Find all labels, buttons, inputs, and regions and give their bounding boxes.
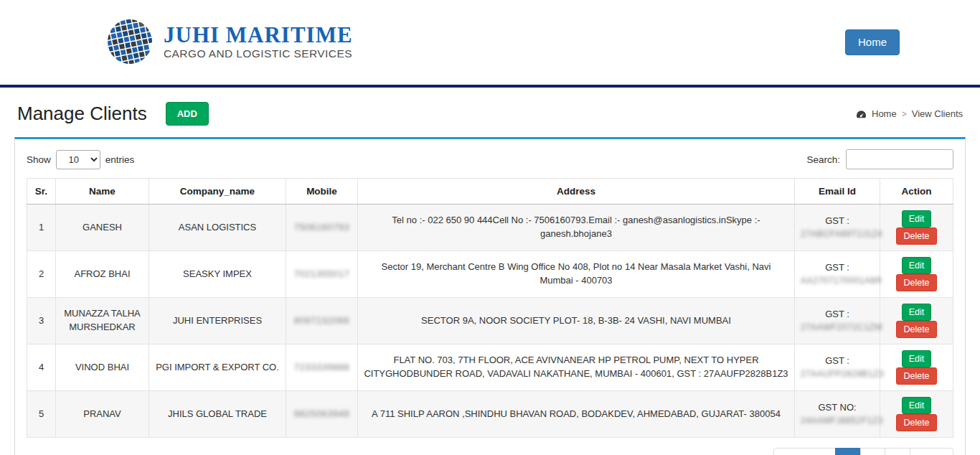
cell-company: JHILS GLOBAL TRADE <box>149 391 286 438</box>
entries-label: entries <box>105 154 135 165</box>
cell-action: EditDelete <box>880 298 953 344</box>
column-header-company[interactable]: Company_name <box>149 179 286 205</box>
app-header: JUHI MARITIME CARGO AND LOGISTIC SERVICE… <box>0 0 980 85</box>
page-head: Manage Clients ADD Home > View Clients <box>17 102 963 126</box>
cell-address: Sector 19, Merchant Centre B Wing Office… <box>358 251 795 298</box>
delete-button[interactable]: Delete <box>896 274 936 291</box>
gst-label: GST : <box>801 308 874 322</box>
redacted-gst-number: AA2707170001A6R <box>801 275 874 287</box>
edit-button[interactable]: Edit <box>902 257 932 274</box>
redacted-gst-number: 27AAUFP2828B1Z3 <box>801 368 874 380</box>
cell-name: GANESH <box>56 205 149 251</box>
clients-table: Sr. Name Company_name Mobile Address Ema… <box>27 178 953 438</box>
gst-label: GST : <box>801 215 874 228</box>
page-title: Manage Clients <box>17 103 147 125</box>
cell-email: GST : AA2707170001A6R <box>795 251 880 298</box>
table-footer: Showing 1 to 10 of 27 entries Previous 1… <box>27 448 953 455</box>
cell-company: SEASKY IMPEX <box>149 251 286 298</box>
search-control: Search: <box>806 149 953 169</box>
cell-sr: 5 <box>27 391 56 438</box>
add-client-button[interactable]: ADD <box>166 102 209 126</box>
clients-panel: Show 10 entries Search: Sr. Name Company… <box>14 137 966 455</box>
breadcrumb-current: View Clients <box>912 108 963 119</box>
cell-mobile: 7021355017 <box>286 251 358 298</box>
table-header-row: Sr. Name Company_name Mobile Address Ema… <box>27 179 953 205</box>
redacted-mobile: 7233339888 <box>294 362 349 372</box>
cell-name: PRANAV <box>56 391 149 438</box>
cell-mobile: 7506160793 <box>286 205 358 251</box>
cell-email: GST : 27ABCFA69T2J1Z4 <box>795 205 880 251</box>
edit-button[interactable]: Edit <box>902 304 932 321</box>
cell-action: EditDelete <box>880 344 953 391</box>
cell-sr: 3 <box>27 298 56 344</box>
column-header-sr[interactable]: Sr. <box>27 179 56 205</box>
brand-title: JUHI MARITIME <box>164 24 353 46</box>
table-row: 5 PRANAV JHILS GLOBAL TRADE 9825063949 A… <box>27 391 953 438</box>
cell-company: PGI IMPORT & EXPORT CO. <box>149 344 286 391</box>
cell-name: MUNAZZA TALHA MURSHEDKAR <box>56 298 149 344</box>
cell-address: SECTOR 9A, NOOR SOCIETY PLOT- 18, B-3B- … <box>358 298 795 344</box>
search-label: Search: <box>806 154 840 165</box>
cell-sr: 4 <box>27 344 56 391</box>
gst-label: GST : <box>801 261 874 275</box>
breadcrumb-separator: > <box>902 109 907 119</box>
delete-button[interactable]: Delete <box>896 414 936 431</box>
pagination-next[interactable]: Next <box>910 448 953 455</box>
cell-sr: 1 <box>27 205 56 251</box>
search-input[interactable] <box>846 149 953 169</box>
pagination-page-2[interactable]: 2 <box>860 448 886 455</box>
redacted-mobile: 7506160793 <box>294 222 349 233</box>
column-header-address[interactable]: Address <box>358 179 795 205</box>
redacted-gst-number: 24AAMFJ8852F1Z3 <box>801 415 874 427</box>
edit-button[interactable]: Edit <box>902 397 932 414</box>
cell-company: JUHI ENTERPRISES <box>149 298 286 344</box>
cell-mobile: 9825063949 <box>286 391 358 438</box>
gst-label: GST NO: <box>801 401 874 415</box>
brand-link[interactable]: JUHI MARITIME CARGO AND LOGISTIC SERVICE… <box>106 18 353 67</box>
page-size-select[interactable]: 10 <box>56 150 100 169</box>
redacted-mobile: 8097232066 <box>294 315 349 326</box>
cell-address: Tel no :- 022 650 90 444Cell No :- 75061… <box>358 205 795 251</box>
cell-action: EditDelete <box>880 251 953 298</box>
page-length-control: Show 10 entries <box>27 150 134 169</box>
table-row: 4 VINOD BHAI PGI IMPORT & EXPORT CO. 723… <box>27 344 953 391</box>
column-header-action[interactable]: Action <box>880 179 953 205</box>
breadcrumb: Home > View Clients <box>856 108 963 120</box>
pagination-previous[interactable]: Previous <box>773 448 835 455</box>
pagination-page-1[interactable]: 1 <box>835 448 861 455</box>
cell-name: VINOD BHAI <box>56 344 149 391</box>
cell-company: ASAN LOGISTICS <box>149 205 286 251</box>
table-row: 1 GANESH ASAN LOGISTICS 7506160793 Tel n… <box>27 205 953 251</box>
breadcrumb-home-link[interactable]: Home <box>872 108 897 119</box>
gst-label: GST : <box>801 355 874 368</box>
cell-mobile: 8097232066 <box>286 298 358 344</box>
home-button[interactable]: Home <box>845 29 900 55</box>
main-content: Manage Clients ADD Home > View Clients S… <box>0 88 980 455</box>
globe-mosaic-icon <box>106 18 154 67</box>
cell-mobile: 7233339888 <box>286 344 358 391</box>
column-header-mobile[interactable]: Mobile <box>286 179 358 205</box>
cell-action: EditDelete <box>880 391 953 438</box>
brand-subtitle: CARGO AND LOGISTIC SERVICES <box>164 47 353 61</box>
table-row: 2 AFROZ BHAI SEASKY IMPEX 7021355017 Sec… <box>27 251 953 298</box>
edit-button[interactable]: Edit <box>902 210 932 228</box>
cell-name: AFROZ BHAI <box>56 251 149 298</box>
cell-address: FLAT NO. 703, 7TH FLOOR, ACE AVIVNANEAR … <box>358 344 795 391</box>
column-header-name[interactable]: Name <box>56 179 149 205</box>
delete-button[interactable]: Delete <box>896 367 936 385</box>
delete-button[interactable]: Delete <box>896 321 936 338</box>
pagination: Previous 1 2 3 Next <box>773 448 953 455</box>
cell-address: A 711 SHILP AARON ,SHINDHU BHAVAN ROAD, … <box>358 391 795 438</box>
delete-button[interactable]: Delete <box>896 228 936 245</box>
column-header-email[interactable]: Email Id <box>795 179 880 205</box>
show-label: Show <box>27 154 51 165</box>
cell-action: EditDelete <box>880 205 953 251</box>
pagination-page-3[interactable]: 3 <box>885 448 910 455</box>
table-controls: Show 10 entries Search: <box>27 149 953 169</box>
cell-email: GST : 27AAWF2072C1ZM <box>795 298 880 344</box>
edit-button[interactable]: Edit <box>902 350 932 367</box>
cell-email: GST : 27AAUFP2828B1Z3 <box>795 344 880 391</box>
cell-email: GST NO: 24AAMFJ8852F1Z3 <box>795 391 880 438</box>
cell-sr: 2 <box>27 251 56 298</box>
table-row: 3 MUNAZZA TALHA MURSHEDKAR JUHI ENTERPRI… <box>27 298 953 344</box>
